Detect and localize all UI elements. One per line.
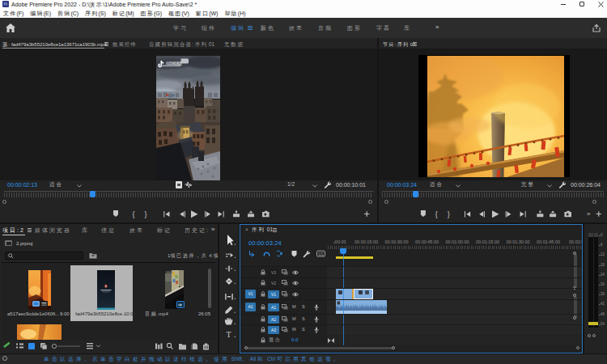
svg-text:T: T bbox=[227, 330, 231, 339]
svg-text:}: } bbox=[145, 210, 147, 218]
svg-text:»: » bbox=[587, 210, 591, 218]
svg-text:{: { bbox=[435, 210, 438, 218]
svg-text:CC: CC bbox=[318, 252, 324, 256]
svg-text:{: { bbox=[133, 210, 135, 218]
svg-text:}: } bbox=[448, 210, 450, 218]
